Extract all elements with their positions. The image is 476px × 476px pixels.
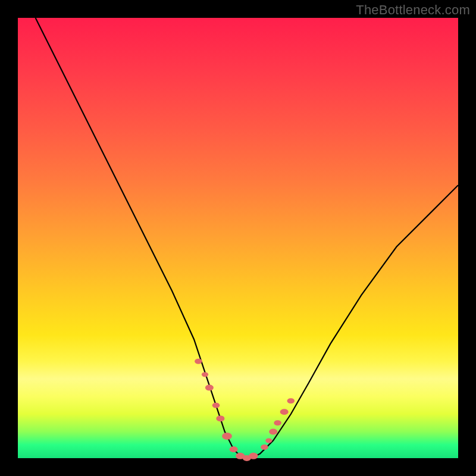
plot-area	[18, 18, 458, 458]
valley-dot	[195, 359, 202, 364]
valley-dot	[202, 372, 208, 377]
valley-dot	[249, 453, 258, 459]
valley-dot	[274, 420, 281, 425]
valley-dot	[265, 438, 272, 443]
valley-dot	[230, 446, 238, 452]
valley-dot	[269, 429, 277, 435]
valley-dot	[287, 398, 295, 403]
chart-frame: TheBottleneck.com	[0, 0, 476, 476]
bottleneck-curve	[36, 18, 458, 458]
valley-dot	[212, 403, 220, 408]
valley-dot	[216, 415, 224, 421]
watermark-text: TheBottleneck.com	[356, 2, 470, 18]
valley-dot	[261, 444, 268, 450]
valley-dot	[205, 385, 214, 391]
curve-svg	[18, 18, 458, 458]
valley-dots-group	[195, 359, 295, 461]
valley-dot	[222, 433, 232, 440]
valley-dot	[280, 409, 289, 415]
